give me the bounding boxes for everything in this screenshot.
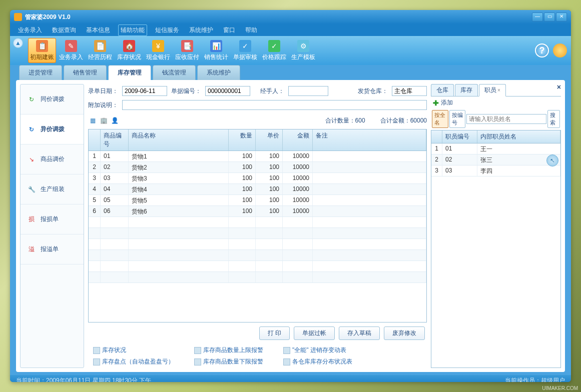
toolbar-btn-5[interactable]: 📑应收应付 (173, 38, 201, 63)
table-row[interactable]: 101货物110010010000 (89, 151, 426, 162)
table-row[interactable] (89, 239, 426, 250)
toolbar-icon: ⚙ (297, 40, 309, 52)
sidebar-item-1[interactable]: ↻异价调拨 (21, 114, 84, 144)
toolbar-btn-3[interactable]: 🏠库存状况 (115, 38, 143, 63)
grid-header[interactable]: 商品名称 (129, 130, 229, 150)
rp-tab-2[interactable]: 职员 × (479, 84, 506, 96)
grid-header[interactable]: 金额 (283, 130, 313, 150)
staff-row[interactable]: 101王一 (431, 144, 560, 154)
toolbar-btn-0[interactable]: 📋初期建账 (28, 38, 56, 63)
minimize-button[interactable]: — (532, 12, 543, 22)
toolbar-icon: 📊 (210, 40, 222, 52)
grid-header[interactable]: 商品编号 (101, 130, 129, 150)
table-row[interactable]: 303货物310010010000 (89, 173, 426, 184)
module-tab-4[interactable]: 系统维护 (197, 65, 240, 80)
quick-link[interactable]: 库存商品数量下限报警 (194, 358, 263, 366)
grid-header[interactable]: 数量 (229, 130, 256, 150)
docno-input[interactable] (205, 86, 250, 96)
menu-item-2[interactable]: 基本信息 (84, 25, 112, 36)
menu-item-5[interactable]: 系统维护 (187, 25, 215, 36)
table-row[interactable]: 606货物610010010000 (89, 206, 426, 217)
draft-button[interactable]: 存入草稿 (339, 326, 380, 340)
date-input[interactable] (122, 86, 167, 96)
table-row[interactable] (89, 261, 426, 272)
app-logo-icon (14, 13, 22, 21)
module-tab-1[interactable]: 销售管理 (64, 65, 107, 80)
tab-close-icon[interactable]: × (497, 88, 500, 93)
module-tab-0[interactable]: 进货管理 (19, 65, 62, 80)
table-row[interactable] (89, 250, 426, 261)
maximize-button[interactable]: ▭ (544, 12, 555, 22)
person-icon[interactable]: 👤 (110, 116, 119, 125)
grid-header[interactable]: 单价 (256, 130, 283, 150)
rp-grid-header[interactable]: 职员编号 (442, 130, 477, 143)
toolbar-btn-2[interactable]: 📄经营历程 (86, 38, 114, 63)
table-row[interactable]: 404货物410010010000 (89, 184, 426, 195)
sidebar-item-5[interactable]: 溢报溢单 (21, 234, 84, 264)
module-tab-3[interactable]: 钱流管理 (153, 65, 196, 80)
warehouse-input[interactable] (392, 86, 427, 96)
building-icon[interactable]: 🏢 (99, 116, 108, 125)
sidebar-item-4[interactable]: 损报损单 (21, 204, 84, 234)
toolbar-btn-4[interactable]: ¥现金银行 (144, 38, 172, 63)
menu-item-0[interactable]: 业务录入 (16, 25, 44, 36)
grid-header[interactable]: 备注 (313, 130, 426, 150)
toolbar-btn-6[interactable]: 📊销售统计 (202, 38, 230, 63)
sidebar-item-3[interactable]: 🔧生产组装 (21, 174, 84, 204)
window-title: 管家婆2009 V1.0 (25, 13, 532, 22)
add-button[interactable]: ✚ 添加 (431, 96, 561, 109)
sidebar-item-2[interactable]: ↘商品调价 (21, 144, 84, 174)
grid-icon[interactable]: ▦ (88, 116, 97, 125)
rp-tab-1[interactable]: 库存 (455, 84, 478, 96)
form-area: 录单日期： 单据编号： 经手人： 发货仓库： 附加说明： ▦ 🏢 (88, 84, 427, 368)
quick-link[interactable]: 各仓库库存分布状况表 (283, 358, 352, 366)
quick-link[interactable]: 库存盘点（自动盘盈盘亏） (93, 358, 174, 366)
panel-close-icon[interactable]: × (557, 83, 561, 91)
menu-item-1[interactable]: 数据查询 (50, 25, 78, 36)
search-button[interactable]: 搜索 (547, 110, 560, 128)
toolbar-collapse-icon[interactable]: ▲ (13, 38, 23, 48)
help-icon[interactable]: ? (535, 44, 549, 58)
by-fullname-button[interactable]: 按全名 (432, 110, 448, 128)
list-icon (194, 358, 201, 366)
rp-tab-0[interactable]: 仓库 (431, 84, 454, 96)
table-row[interactable]: 202货物210010010000 (89, 162, 426, 173)
rp-grid-header[interactable]: 内部职员姓名 (477, 130, 560, 143)
toolbar-btn-9[interactable]: ⚙生产模板 (289, 38, 317, 63)
menu-item-4[interactable]: 短信服务 (153, 25, 181, 36)
search-input[interactable] (466, 114, 546, 124)
toolbar-btn-7[interactable]: ✓单据审核 (231, 38, 259, 63)
quick-link[interactable]: 库存状况 (93, 346, 174, 354)
grid-header[interactable] (89, 130, 101, 150)
menu-item-3[interactable]: 辅助功能 (118, 24, 147, 36)
rp-grid-header[interactable] (431, 130, 442, 143)
toolbar-btn-1[interactable]: ✎业务录入 (57, 38, 85, 63)
close-button[interactable]: ✕ (556, 12, 567, 22)
brand-icon[interactable] (553, 44, 567, 58)
quick-link[interactable]: "全能" 进销存变动表 (283, 346, 352, 354)
discard-button[interactable]: 废弃修改 (384, 326, 425, 340)
post-button[interactable]: 单据过帐 (294, 326, 335, 340)
table-row[interactable] (89, 272, 426, 283)
table-row[interactable] (89, 217, 426, 228)
note-label: 附加说明： (88, 101, 118, 110)
table-row[interactable] (89, 228, 426, 239)
module-tab-2[interactable]: 库存管理 (108, 65, 151, 80)
toolbar-icon: 📄 (94, 40, 106, 52)
by-code-button[interactable]: 按编号 (449, 110, 466, 128)
staff-row[interactable]: 303李四 (431, 166, 560, 176)
handler-input[interactable] (288, 86, 328, 96)
app-window: 管家婆2009 V1.0 — ▭ ✕ 业务录入数据查询基本信息辅助功能短信服务系… (10, 10, 571, 382)
menu-item-6[interactable]: 窗口 (221, 25, 237, 36)
staff-row[interactable]: 202张三 (431, 154, 560, 166)
quick-link[interactable]: 库存商品数量上限报警 (194, 346, 263, 354)
sidebar-item-0[interactable]: ↻同价调拨 (21, 84, 84, 114)
note-input[interactable] (122, 100, 427, 110)
toolbar-btn-8[interactable]: ✓价格跟踪 (260, 38, 288, 63)
toolbar-icon: 📑 (181, 40, 193, 52)
main-panel: ↻同价调拨↻异价调拨↘商品调价🔧生产组装损报损单溢报溢单 录单日期： 单据编号：… (16, 80, 565, 372)
print-button[interactable]: 打 印 (259, 326, 290, 340)
menu-item-7[interactable]: 帮助 (243, 25, 259, 36)
table-row[interactable]: 505货物510010010000 (89, 195, 426, 206)
right-panel: × 仓库库存职员 × ✚ 添加 按全名 按编号 搜索 职员编号内部职员姓名 10… (431, 84, 561, 368)
